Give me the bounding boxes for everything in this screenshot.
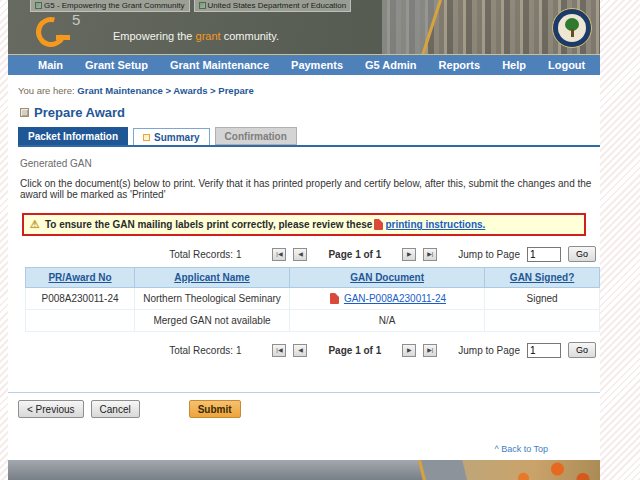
cell-gan-document: GAN-P008A230011-24: [290, 288, 485, 310]
page-title: Prepare Award: [20, 105, 600, 120]
header-banner: G5 - Empowering the Grant Community Unit…: [8, 0, 600, 55]
window-titlebar: G5 - Empowering the Grant Community Unit…: [30, 0, 351, 12]
gan-document-link[interactable]: GAN-P008A230011-24: [344, 293, 446, 304]
tabs: Packet Information Summary Confirmation: [18, 127, 600, 147]
page-indicator: Page 1 of 1: [328, 249, 381, 260]
next-page-button[interactable]: ▶: [402, 344, 416, 357]
go-button[interactable]: Go: [568, 342, 596, 358]
summary-tab-icon: [143, 134, 150, 141]
submit-button[interactable]: Submit: [189, 400, 241, 418]
cell-applicant: Merged GAN not available: [135, 310, 290, 332]
nav-main[interactable]: Main: [38, 59, 63, 71]
page-indicator: Page 1 of 1: [328, 345, 381, 356]
footer-photo-strip: [8, 460, 600, 480]
pdf-icon: [374, 219, 383, 230]
breadcrumb-path[interactable]: Grant Maintenance > Awards > Prepare: [77, 85, 253, 96]
window-title-right-text: United States Department of Education: [208, 1, 347, 10]
tagline-highlight: grant: [196, 30, 221, 42]
pdf-icon: [330, 293, 339, 304]
page-title-text: Prepare Award: [34, 105, 125, 120]
table-row: Merged GAN not available N/A: [26, 310, 600, 332]
nav-grant-maintenance[interactable]: Grant Maintenance: [170, 59, 269, 71]
cell-award-no: P008A230011-24: [26, 288, 135, 310]
window-title-right: United States Department of Education: [194, 0, 352, 12]
warning-triangle-icon: ⚠: [30, 219, 40, 230]
window-title-left: G5 - Empowering the Grant Community: [30, 0, 190, 12]
tagline: Empowering the grant community.: [113, 30, 279, 42]
printing-instructions-link[interactable]: printing instructions.: [385, 219, 485, 230]
nav-reports[interactable]: Reports: [439, 59, 481, 71]
g5-logo-bar-icon: [56, 35, 70, 40]
cell-award-no: [26, 310, 135, 332]
pagination-bottom: Total Records: 1 |◀ ◀ Page 1 of 1 ▶ ▶| J…: [8, 342, 596, 358]
window-title-left-text: G5 - Empowering the Grant Community: [44, 1, 185, 10]
last-page-button[interactable]: ▶|: [423, 344, 437, 357]
tagline-suffix: community.: [221, 30, 279, 42]
nav-g5-admin[interactable]: G5 Admin: [365, 59, 417, 71]
jump-to-page-label: Jump to Page: [458, 249, 520, 260]
section-label: Generated GAN: [20, 158, 600, 169]
warning-text: To ensure the GAN mailing labels print c…: [45, 219, 486, 230]
prev-page-button[interactable]: ◀: [293, 248, 307, 261]
cell-gan-signed: Signed: [485, 288, 600, 310]
nav-help[interactable]: Help: [502, 59, 526, 71]
instructions-text: Click on the document(s) below to print.…: [20, 178, 600, 200]
cell-gan-signed: [485, 310, 600, 332]
total-records: Total Records: 1: [169, 249, 241, 260]
g5-logo-g-icon: [31, 12, 72, 53]
header-applicant-name[interactable]: Applicant Name: [135, 268, 290, 288]
dept-of-education-seal-icon: [552, 8, 592, 48]
nav-logout[interactable]: Logout: [548, 59, 585, 71]
table-row: P008A230011-24 Northern Theological Semi…: [26, 288, 600, 310]
page: G5 - Empowering the Grant Community Unit…: [8, 0, 600, 470]
previous-button[interactable]: < Previous: [18, 400, 84, 418]
table-header-row: PR/Award No Applicant Name GAN Document …: [26, 268, 600, 288]
library-photo: [382, 0, 600, 55]
last-page-button[interactable]: ▶|: [423, 248, 437, 261]
g5-logo: 5: [36, 13, 80, 51]
cell-applicant: Northern Theological Seminary: [135, 288, 290, 310]
tab-summary-label: Summary: [154, 132, 200, 143]
page-title-icon: [20, 108, 29, 117]
main-nav: Main Grant Setup Grant Maintenance Payme…: [8, 55, 600, 75]
cancel-button[interactable]: Cancel: [91, 400, 140, 418]
jump-to-page-input[interactable]: [527, 247, 561, 262]
header-pr-award-no[interactable]: PR/Award No: [26, 268, 135, 288]
warning-banner: ⚠ To ensure the GAN mailing labels print…: [22, 213, 586, 236]
g5-favicon-icon: [35, 2, 42, 9]
tagline-prefix: Empowering the: [113, 30, 196, 42]
nav-payments[interactable]: Payments: [291, 59, 343, 71]
go-button[interactable]: Go: [568, 246, 596, 262]
tab-packet-information[interactable]: Packet Information: [18, 127, 128, 145]
next-page-button[interactable]: ▶: [402, 248, 416, 261]
breadcrumb-prefix: You are here:: [18, 85, 77, 96]
breadcrumb: You are here: Grant Maintenance > Awards…: [18, 85, 600, 96]
tab-confirmation[interactable]: Confirmation: [215, 127, 297, 145]
g5-logo-5: 5: [72, 11, 80, 28]
total-records-value: 1: [236, 249, 242, 260]
divider: [8, 392, 600, 393]
back-to-top-link[interactable]: ^ Back to Top: [8, 444, 548, 454]
tab-summary[interactable]: Summary: [133, 128, 210, 145]
gan-table: PR/Award No Applicant Name GAN Document …: [25, 267, 600, 332]
content: You are here: Grant Maintenance > Awards…: [8, 75, 600, 454]
ed-favicon-icon: [199, 2, 206, 9]
jump-to-page-label: Jump to Page: [458, 345, 520, 356]
nav-grant-setup[interactable]: Grant Setup: [85, 59, 148, 71]
prev-page-button[interactable]: ◀: [293, 344, 307, 357]
action-buttons: < Previous Cancel Submit: [18, 400, 600, 418]
total-records: Total Records: 1: [169, 345, 241, 356]
first-page-button[interactable]: |◀: [272, 248, 286, 261]
pagination-top: Total Records: 1 |◀ ◀ Page 1 of 1 ▶ ▶| J…: [8, 246, 596, 262]
header-gan-signed[interactable]: GAN Signed?: [485, 268, 600, 288]
cell-gan-document: N/A: [290, 310, 485, 332]
classroom-photo: [430, 460, 600, 480]
total-records-value: 1: [236, 345, 242, 356]
first-page-button[interactable]: |◀: [272, 344, 286, 357]
jump-to-page-input[interactable]: [527, 343, 561, 358]
header-gan-document[interactable]: GAN Document: [290, 268, 485, 288]
